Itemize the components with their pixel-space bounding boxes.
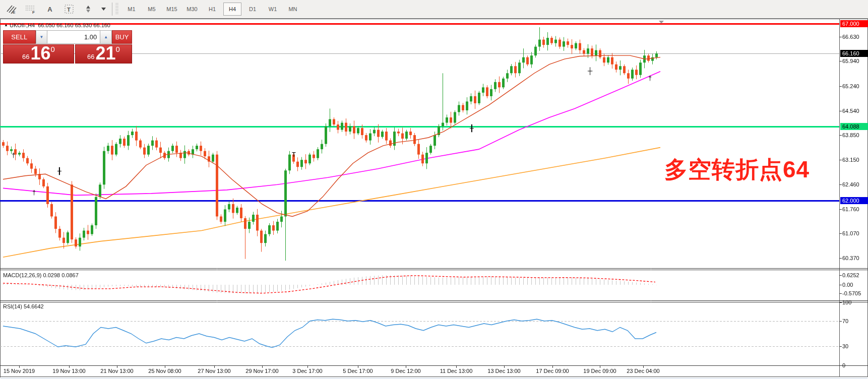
buy-button[interactable]: BUY [112, 30, 132, 44]
time-axis-label: 27 Nov 13:00 [198, 368, 230, 374]
sell-price-button[interactable]: 66 16 0 [3, 44, 74, 64]
time-axis-label: 21 Nov 13:00 [100, 368, 133, 374]
current-price-badge: 66.160 [840, 50, 868, 57]
price-axis-label: 65.240 [842, 83, 867, 90]
sell-price-point: 0 [51, 45, 55, 53]
volume-decrease-button[interactable]: ▼ [36, 30, 48, 44]
price-axis-label: 63.150 [842, 157, 867, 163]
price-axis-label: 61.760 [842, 206, 867, 213]
time-axis-label: 13 Dec 13:00 [487, 368, 520, 374]
time-axis-label: 19 Nov 13:00 [52, 368, 85, 374]
macd-axis-label: -0.5705 [842, 290, 867, 297]
one-click-trade-panel: SELL ▼ ▲ BUY 66 16 0 66 21 0 [3, 30, 132, 64]
time-axis-label: 19 Dec 09:00 [583, 368, 616, 374]
time-axis-label: 15 Nov 2019 [4, 368, 35, 374]
sell-price-pips: 16 [30, 45, 50, 62]
time-axis-label: 9 Dec 12:00 [391, 368, 420, 374]
rsi-axis-label: 30 [842, 343, 867, 350]
chart-annotation-text: 多空转折点64 [664, 154, 810, 185]
buy-price-point: 0 [116, 45, 120, 53]
macd-axis-label: 0.6252 [842, 272, 867, 279]
price-axis-label: 62.460 [842, 181, 867, 188]
time-axis-label: 3 Dec 17:00 [292, 368, 322, 374]
macd-axis-label: 0.00 [842, 282, 867, 288]
rsi-axis-label: 100 [842, 299, 867, 306]
time-axis-label: 29 Nov 17:00 [245, 368, 278, 374]
price-axis-label: 66.630 [842, 34, 867, 40]
price-level-badge: 62.000 [840, 197, 868, 204]
price-axis-label: 60.370 [842, 255, 867, 262]
price-axis-label: 65.940 [842, 58, 867, 65]
price-axis-label: 61.070 [842, 230, 867, 237]
rsi-indicator-label: RSI(14) 54.6642 [3, 303, 44, 309]
trading-terminal-window: E F A T M [0, 0, 868, 379]
volume-input[interactable] [47, 30, 100, 44]
rsi-axis-label: 0 [842, 362, 867, 369]
time-axis-label: 25 Nov 08:00 [148, 368, 181, 374]
macd-indicator-label: MACD(12,26,9) 0.0298 0.0867 [3, 272, 79, 278]
rsi-axis-label: 70 [842, 318, 867, 325]
buy-price-button[interactable]: 66 21 0 [75, 44, 132, 64]
ohlc-values: 66.050 66.160 65.930 66.160 [38, 22, 110, 28]
price-level-badge: 64.088 [840, 123, 868, 130]
time-axis-label: 23 Dec 04:00 [627, 368, 659, 374]
sell-button[interactable]: SELL [3, 30, 36, 44]
price-axis-label: 64.540 [842, 108, 867, 114]
volume-increase-button[interactable]: ▲ [100, 30, 112, 44]
buy-price-big-figure: 66 [87, 52, 94, 62]
quote-arrow-icon: ▲ [4, 23, 8, 27]
sell-price-big-figure: 66 [22, 52, 29, 62]
time-axis-label: 17 Dec 09:00 [536, 368, 569, 374]
price-axis-label: 63.850 [842, 132, 867, 139]
time-axis-label: 5 Dec 17:00 [343, 368, 373, 374]
price-level-badge: 67.000 [840, 20, 868, 27]
time-axis-label: 11 Dec 13:00 [440, 368, 473, 374]
quote-header: ▲ UKOIl-,H4 66.050 66.160 65.930 66.160 [4, 22, 110, 28]
symbol-period-label: UKOIl-,H4 [10, 22, 35, 28]
buy-price-pips: 21 [95, 45, 115, 62]
